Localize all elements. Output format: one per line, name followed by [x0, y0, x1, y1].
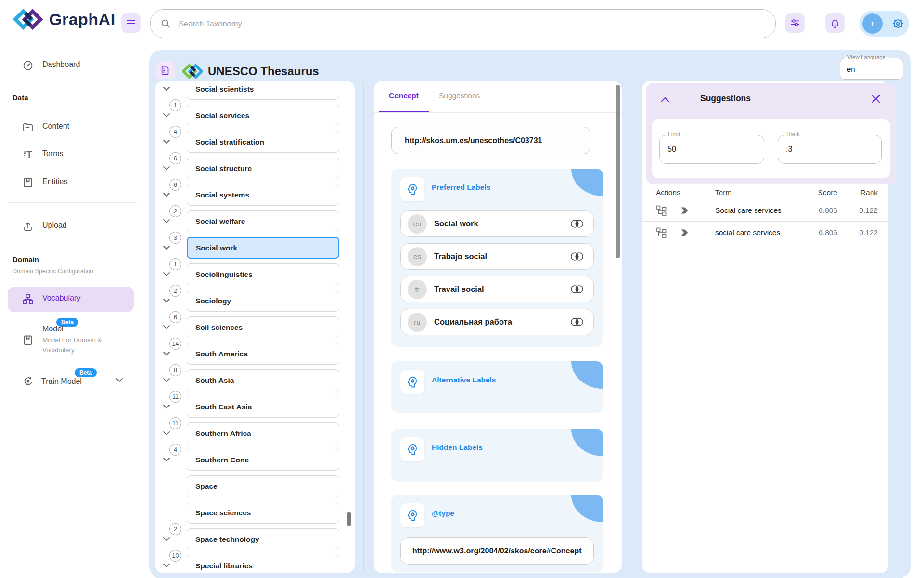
- column-header-actions: Actions: [656, 188, 715, 197]
- toggle-label-icon[interactable]: [570, 317, 584, 327]
- concept-label[interactable]: Social services: [187, 105, 339, 126]
- section-icon-chip: [400, 503, 424, 527]
- concept-label[interactable]: Space sciences: [187, 502, 339, 524]
- search-input[interactable]: [178, 19, 766, 29]
- concept-label[interactable]: Southern Cone: [187, 449, 339, 471]
- list-item[interactable]: 10 Special libraries: [155, 555, 355, 573]
- sidebar-item-entities[interactable]: Entities: [0, 173, 144, 192]
- concept-label[interactable]: Space technology: [187, 528, 339, 550]
- list-item[interactable]: 6 Social structure: [155, 158, 355, 179]
- chevron-down-icon[interactable]: [163, 270, 170, 278]
- list-item[interactable]: 2 Social welfare: [155, 210, 355, 232]
- tab-concept[interactable]: Concept: [379, 81, 429, 112]
- concept-scrollbar-thumb[interactable]: [616, 85, 620, 258]
- chevron-down-icon[interactable]: [163, 217, 170, 225]
- toggle-label-icon[interactable]: [570, 219, 584, 228]
- chevron-down-icon[interactable]: [163, 190, 170, 199]
- list-item[interactable]: 11 Southern Africa: [155, 422, 355, 444]
- list-item[interactable]: 6 Social systems: [155, 184, 355, 206]
- chevron-down-icon[interactable]: [163, 535, 170, 543]
- concept-label[interactable]: Space: [187, 475, 339, 497]
- list-item[interactable]: Space sciences: [155, 502, 355, 524]
- chevron-down-icon[interactable]: [163, 429, 170, 437]
- concept-label[interactable]: Social welfare: [187, 210, 339, 232]
- chevron-down-icon[interactable]: [163, 376, 170, 384]
- list-scrollbar-thumb[interactable]: [347, 512, 351, 526]
- add-to-hierarchy-icon[interactable]: [656, 205, 667, 216]
- language-badge: en: [408, 214, 427, 234]
- sidebar-item-model[interactable]: Model: [42, 325, 64, 333]
- notifications-button[interactable]: [825, 13, 845, 33]
- chevron-down-icon[interactable]: [163, 137, 170, 146]
- close-button[interactable]: [872, 94, 880, 103]
- concept-label[interactable]: Southern Africa: [187, 422, 339, 444]
- concept-label[interactable]: Social systems: [187, 184, 339, 206]
- chevron-down-icon[interactable]: [163, 111, 170, 119]
- sidebar-item-dashboard[interactable]: Dashboard: [0, 56, 144, 75]
- chevron-down-icon[interactable]: [163, 243, 170, 252]
- chevron-down-icon[interactable]: [163, 323, 170, 331]
- chevron-down-icon[interactable]: [163, 455, 170, 464]
- avatar[interactable]: r: [862, 13, 883, 34]
- list-item-selected[interactable]: 3 Social work: [155, 237, 355, 259]
- main-card: UNESCO Thesaurus View Language Social sc…: [149, 50, 911, 578]
- apply-term-arrow-icon[interactable]: [679, 205, 690, 216]
- label-text: Travail social: [434, 285, 570, 294]
- view-language-input[interactable]: [840, 58, 903, 79]
- list-item[interactable]: 2 Sociology: [155, 290, 355, 312]
- concept-label[interactable]: Social work: [187, 237, 339, 259]
- sidebar-item-terms[interactable]: Terms: [0, 145, 144, 164]
- apply-term-arrow-icon[interactable]: [679, 227, 690, 238]
- list-item[interactable]: 4 Social stratification: [155, 131, 355, 153]
- sidebar-item-train-model[interactable]: Train Model: [41, 376, 82, 387]
- concept-label[interactable]: Sociolinguistics: [187, 263, 339, 285]
- limit-input[interactable]: [660, 135, 764, 163]
- concept-label[interactable]: South America: [187, 343, 339, 365]
- list-item[interactable]: 11 South East Asia: [155, 396, 355, 418]
- chevron-down-icon[interactable]: [116, 378, 123, 382]
- concept-label[interactable]: Social stratification: [187, 131, 339, 153]
- concept-label[interactable]: Special libraries: [187, 555, 339, 573]
- list-item[interactable]: 4 Southern Cone: [155, 449, 355, 471]
- concept-label[interactable]: Sociology: [187, 290, 339, 312]
- chevron-down-icon[interactable]: [163, 561, 170, 570]
- add-to-hierarchy-icon[interactable]: [656, 227, 667, 238]
- concept-label[interactable]: Social structure: [187, 158, 339, 179]
- list-item[interactable]: Space: [155, 475, 355, 497]
- chevron-down-icon[interactable]: [163, 164, 170, 172]
- chevron-down-icon[interactable]: [163, 296, 170, 305]
- concept-label[interactable]: South Asia: [187, 369, 339, 391]
- concept-label[interactable]: Social scientists: [187, 81, 339, 100]
- account-pill[interactable]: r: [860, 11, 909, 37]
- toggle-label-icon[interactable]: [570, 285, 584, 294]
- list-item[interactable]: 8 South Asia: [155, 369, 355, 391]
- type-value-input[interactable]: [400, 537, 594, 565]
- concept-label[interactable]: Soil sciences: [187, 316, 339, 338]
- list-item[interactable]: 1 Social services: [155, 105, 355, 126]
- child-count-badge: 11: [169, 391, 181, 403]
- chevron-down-icon[interactable]: [163, 84, 170, 93]
- chevron-down-icon[interactable]: [163, 349, 170, 358]
- concept-label[interactable]: South East Asia: [187, 396, 339, 418]
- sidebar-item-content[interactable]: Content: [0, 118, 144, 137]
- sidebar-item-vocabulary[interactable]: Vocabulary: [8, 287, 134, 312]
- sidebar-item-upload[interactable]: Upload: [0, 217, 144, 236]
- rank-input[interactable]: [778, 135, 881, 163]
- concept-uri-input[interactable]: [391, 127, 590, 154]
- label-row: fr Travail social: [400, 276, 594, 302]
- list-item[interactable]: 1 Sociolinguistics: [155, 263, 355, 285]
- list-item[interactable]: 14 South America: [155, 343, 355, 365]
- toggle-label-icon[interactable]: [570, 252, 584, 261]
- document-chip[interactable]: [156, 61, 175, 79]
- list-item[interactable]: Social scientists: [155, 81, 355, 100]
- list-item[interactable]: 6 Soil sciences: [155, 316, 355, 338]
- chevron-down-icon[interactable]: [163, 402, 170, 411]
- menu-button[interactable]: [121, 13, 141, 33]
- gear-icon[interactable]: [892, 17, 904, 30]
- tab-suggestions[interactable]: Suggestions: [429, 81, 490, 112]
- child-count-badge: 14: [169, 338, 181, 350]
- list-item[interactable]: 2 Space technology: [155, 528, 355, 550]
- filters-button[interactable]: [785, 13, 805, 33]
- child-count-badge: 8: [169, 364, 181, 376]
- collapse-button[interactable]: [661, 96, 669, 102]
